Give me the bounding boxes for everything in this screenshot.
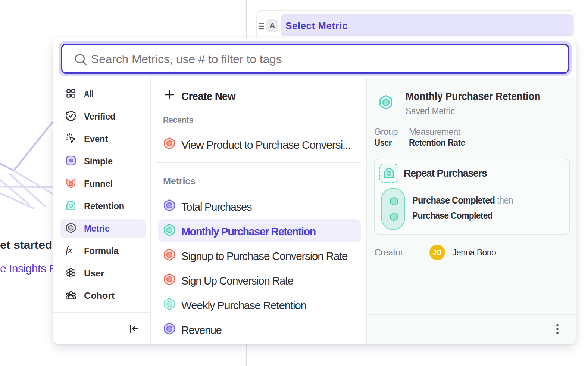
svg-text:fx: fx [66,245,72,255]
